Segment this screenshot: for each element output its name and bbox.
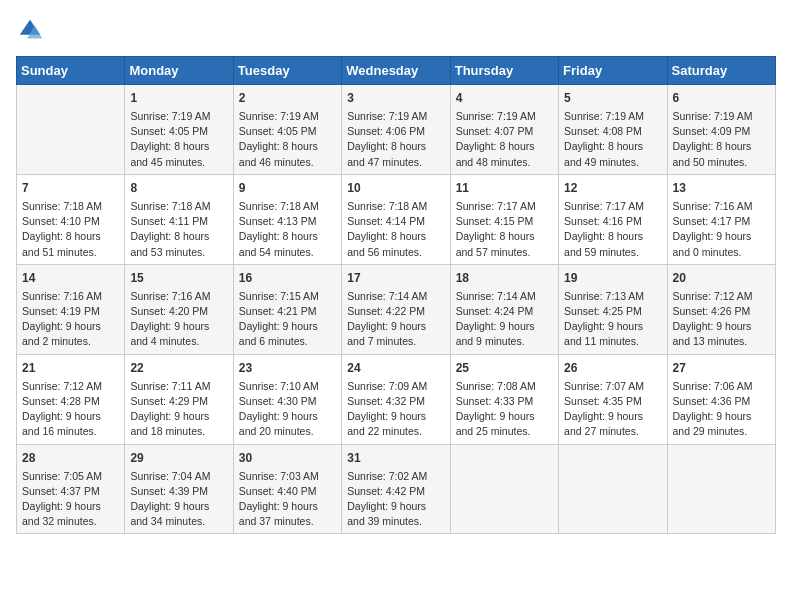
day-number: 9: [239, 179, 336, 197]
day-number: 1: [130, 89, 227, 107]
day-info: Sunrise: 7:16 AMSunset: 4:20 PMDaylight:…: [130, 289, 227, 350]
calendar-cell: 18Sunrise: 7:14 AMSunset: 4:24 PMDayligh…: [450, 264, 558, 354]
calendar-cell: 29Sunrise: 7:04 AMSunset: 4:39 PMDayligh…: [125, 444, 233, 534]
day-info: Sunrise: 7:19 AMSunset: 4:09 PMDaylight:…: [673, 109, 770, 170]
day-info: Sunrise: 7:02 AMSunset: 4:42 PMDaylight:…: [347, 469, 444, 530]
calendar-cell: 13Sunrise: 7:16 AMSunset: 4:17 PMDayligh…: [667, 174, 775, 264]
day-number: 27: [673, 359, 770, 377]
day-info: Sunrise: 7:12 AMSunset: 4:26 PMDaylight:…: [673, 289, 770, 350]
calendar-week-3: 14Sunrise: 7:16 AMSunset: 4:19 PMDayligh…: [17, 264, 776, 354]
column-header-saturday: Saturday: [667, 57, 775, 85]
logo: [16, 16, 48, 44]
day-number: 13: [673, 179, 770, 197]
calendar-cell: 9Sunrise: 7:18 AMSunset: 4:13 PMDaylight…: [233, 174, 341, 264]
day-info: Sunrise: 7:16 AMSunset: 4:17 PMDaylight:…: [673, 199, 770, 260]
column-header-monday: Monday: [125, 57, 233, 85]
calendar-cell: [17, 85, 125, 175]
day-info: Sunrise: 7:18 AMSunset: 4:14 PMDaylight:…: [347, 199, 444, 260]
calendar-cell: 21Sunrise: 7:12 AMSunset: 4:28 PMDayligh…: [17, 354, 125, 444]
calendar-cell: 22Sunrise: 7:11 AMSunset: 4:29 PMDayligh…: [125, 354, 233, 444]
calendar-cell: 15Sunrise: 7:16 AMSunset: 4:20 PMDayligh…: [125, 264, 233, 354]
day-number: 29: [130, 449, 227, 467]
calendar-cell: 20Sunrise: 7:12 AMSunset: 4:26 PMDayligh…: [667, 264, 775, 354]
day-info: Sunrise: 7:14 AMSunset: 4:24 PMDaylight:…: [456, 289, 553, 350]
day-info: Sunrise: 7:15 AMSunset: 4:21 PMDaylight:…: [239, 289, 336, 350]
day-info: Sunrise: 7:18 AMSunset: 4:13 PMDaylight:…: [239, 199, 336, 260]
day-info: Sunrise: 7:08 AMSunset: 4:33 PMDaylight:…: [456, 379, 553, 440]
calendar-cell: 28Sunrise: 7:05 AMSunset: 4:37 PMDayligh…: [17, 444, 125, 534]
day-info: Sunrise: 7:04 AMSunset: 4:39 PMDaylight:…: [130, 469, 227, 530]
day-number: 16: [239, 269, 336, 287]
calendar-cell: 19Sunrise: 7:13 AMSunset: 4:25 PMDayligh…: [559, 264, 667, 354]
calendar-header-row: SundayMondayTuesdayWednesdayThursdayFrid…: [17, 57, 776, 85]
calendar-cell: 3Sunrise: 7:19 AMSunset: 4:06 PMDaylight…: [342, 85, 450, 175]
day-number: 7: [22, 179, 119, 197]
day-number: 3: [347, 89, 444, 107]
calendar-cell: 30Sunrise: 7:03 AMSunset: 4:40 PMDayligh…: [233, 444, 341, 534]
day-number: 17: [347, 269, 444, 287]
calendar-cell: [667, 444, 775, 534]
day-number: 25: [456, 359, 553, 377]
column-header-sunday: Sunday: [17, 57, 125, 85]
day-info: Sunrise: 7:16 AMSunset: 4:19 PMDaylight:…: [22, 289, 119, 350]
page-header: [16, 16, 776, 44]
calendar-cell: [450, 444, 558, 534]
day-info: Sunrise: 7:19 AMSunset: 4:07 PMDaylight:…: [456, 109, 553, 170]
calendar-cell: 6Sunrise: 7:19 AMSunset: 4:09 PMDaylight…: [667, 85, 775, 175]
day-info: Sunrise: 7:14 AMSunset: 4:22 PMDaylight:…: [347, 289, 444, 350]
day-info: Sunrise: 7:19 AMSunset: 4:06 PMDaylight:…: [347, 109, 444, 170]
calendar-cell: 10Sunrise: 7:18 AMSunset: 4:14 PMDayligh…: [342, 174, 450, 264]
day-number: 18: [456, 269, 553, 287]
day-info: Sunrise: 7:03 AMSunset: 4:40 PMDaylight:…: [239, 469, 336, 530]
calendar-cell: 27Sunrise: 7:06 AMSunset: 4:36 PMDayligh…: [667, 354, 775, 444]
calendar-cell: 2Sunrise: 7:19 AMSunset: 4:05 PMDaylight…: [233, 85, 341, 175]
day-info: Sunrise: 7:18 AMSunset: 4:10 PMDaylight:…: [22, 199, 119, 260]
calendar-cell: 12Sunrise: 7:17 AMSunset: 4:16 PMDayligh…: [559, 174, 667, 264]
day-info: Sunrise: 7:19 AMSunset: 4:08 PMDaylight:…: [564, 109, 661, 170]
calendar-cell: 7Sunrise: 7:18 AMSunset: 4:10 PMDaylight…: [17, 174, 125, 264]
day-info: Sunrise: 7:06 AMSunset: 4:36 PMDaylight:…: [673, 379, 770, 440]
day-number: 20: [673, 269, 770, 287]
day-number: 30: [239, 449, 336, 467]
calendar-cell: 1Sunrise: 7:19 AMSunset: 4:05 PMDaylight…: [125, 85, 233, 175]
calendar-week-1: 1Sunrise: 7:19 AMSunset: 4:05 PMDaylight…: [17, 85, 776, 175]
day-info: Sunrise: 7:07 AMSunset: 4:35 PMDaylight:…: [564, 379, 661, 440]
day-info: Sunrise: 7:10 AMSunset: 4:30 PMDaylight:…: [239, 379, 336, 440]
column-header-friday: Friday: [559, 57, 667, 85]
day-number: 28: [22, 449, 119, 467]
calendar-cell: 8Sunrise: 7:18 AMSunset: 4:11 PMDaylight…: [125, 174, 233, 264]
day-number: 12: [564, 179, 661, 197]
day-number: 22: [130, 359, 227, 377]
day-number: 4: [456, 89, 553, 107]
column-header-tuesday: Tuesday: [233, 57, 341, 85]
calendar-cell: 14Sunrise: 7:16 AMSunset: 4:19 PMDayligh…: [17, 264, 125, 354]
day-info: Sunrise: 7:12 AMSunset: 4:28 PMDaylight:…: [22, 379, 119, 440]
calendar-cell: 26Sunrise: 7:07 AMSunset: 4:35 PMDayligh…: [559, 354, 667, 444]
day-number: 19: [564, 269, 661, 287]
day-number: 15: [130, 269, 227, 287]
day-number: 23: [239, 359, 336, 377]
day-number: 10: [347, 179, 444, 197]
day-number: 14: [22, 269, 119, 287]
calendar-cell: 17Sunrise: 7:14 AMSunset: 4:22 PMDayligh…: [342, 264, 450, 354]
calendar-cell: [559, 444, 667, 534]
calendar-cell: 5Sunrise: 7:19 AMSunset: 4:08 PMDaylight…: [559, 85, 667, 175]
day-info: Sunrise: 7:09 AMSunset: 4:32 PMDaylight:…: [347, 379, 444, 440]
calendar-cell: 23Sunrise: 7:10 AMSunset: 4:30 PMDayligh…: [233, 354, 341, 444]
day-info: Sunrise: 7:19 AMSunset: 4:05 PMDaylight:…: [130, 109, 227, 170]
day-info: Sunrise: 7:19 AMSunset: 4:05 PMDaylight:…: [239, 109, 336, 170]
calendar-week-5: 28Sunrise: 7:05 AMSunset: 4:37 PMDayligh…: [17, 444, 776, 534]
calendar-cell: 11Sunrise: 7:17 AMSunset: 4:15 PMDayligh…: [450, 174, 558, 264]
day-info: Sunrise: 7:05 AMSunset: 4:37 PMDaylight:…: [22, 469, 119, 530]
calendar-table: SundayMondayTuesdayWednesdayThursdayFrid…: [16, 56, 776, 534]
calendar-cell: 16Sunrise: 7:15 AMSunset: 4:21 PMDayligh…: [233, 264, 341, 354]
day-info: Sunrise: 7:17 AMSunset: 4:15 PMDaylight:…: [456, 199, 553, 260]
calendar-cell: 24Sunrise: 7:09 AMSunset: 4:32 PMDayligh…: [342, 354, 450, 444]
day-number: 2: [239, 89, 336, 107]
column-header-wednesday: Wednesday: [342, 57, 450, 85]
day-info: Sunrise: 7:18 AMSunset: 4:11 PMDaylight:…: [130, 199, 227, 260]
calendar-cell: 31Sunrise: 7:02 AMSunset: 4:42 PMDayligh…: [342, 444, 450, 534]
day-number: 21: [22, 359, 119, 377]
day-info: Sunrise: 7:13 AMSunset: 4:25 PMDaylight:…: [564, 289, 661, 350]
day-info: Sunrise: 7:17 AMSunset: 4:16 PMDaylight:…: [564, 199, 661, 260]
